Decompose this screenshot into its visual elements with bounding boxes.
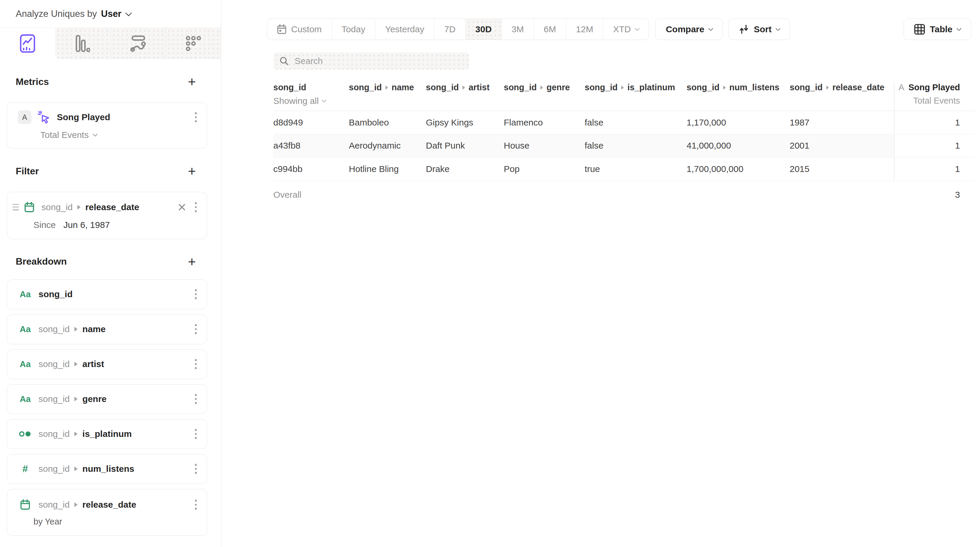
showing-all-label: Showing all xyxy=(274,96,319,106)
breakdown-card[interactable]: song_id release_date by Year xyxy=(7,489,207,536)
remove-filter-button[interactable] xyxy=(177,202,187,212)
breakdown-kebab-menu[interactable] xyxy=(192,462,200,476)
chevron-right-icon xyxy=(621,86,624,90)
breakdown-property-child: artist xyxy=(82,359,104,369)
date-range-yesterday[interactable]: Yesterday xyxy=(375,19,434,40)
cell-num-listens: 1,170,000 xyxy=(687,117,790,128)
chart-type-label: Table xyxy=(930,24,953,34)
breakdown-section-header: Breakdown + xyxy=(7,256,207,268)
filter-card[interactable]: song_id release_date Since Jun 6, 1987 xyxy=(7,192,207,239)
breakdown-property-child: genre xyxy=(82,394,107,404)
metrics-section-header: Metrics + xyxy=(7,76,207,87)
metric-aggregation[interactable]: Total Events xyxy=(40,130,200,140)
column-label-child: artist xyxy=(469,82,490,92)
tab-retention[interactable] xyxy=(165,28,221,59)
search-input[interactable] xyxy=(294,55,463,66)
sort-button[interactable]: Sort xyxy=(729,19,790,40)
chevron-right-icon xyxy=(74,396,78,401)
date-range-3m[interactable]: 3M xyxy=(502,19,534,40)
column-header-song-id[interactable]: song_id xyxy=(274,82,349,92)
showing-all-control[interactable]: Showing all xyxy=(274,96,349,106)
filter-operator[interactable]: Since xyxy=(33,220,56,230)
tab-insights[interactable] xyxy=(0,28,55,59)
date-range-xtd[interactable]: XTD xyxy=(603,19,649,40)
breakdown-heading: Breakdown xyxy=(16,256,67,267)
calendar-icon xyxy=(277,24,286,35)
table-row[interactable]: d8d949 Bamboleo Gipsy Kings Flamenco fal… xyxy=(274,111,975,135)
date-range-label: 3M xyxy=(512,24,524,34)
breakdown-card[interactable]: Aa song_id xyxy=(7,279,207,309)
add-breakdown-button[interactable]: + xyxy=(188,256,196,268)
date-range-12m[interactable]: 12M xyxy=(566,19,603,40)
date-range-6m[interactable]: 6M xyxy=(534,19,566,40)
date-range-7d[interactable]: 7D xyxy=(434,19,465,40)
date-range-custom[interactable]: Custom xyxy=(267,19,332,40)
cell-is-platinum: false xyxy=(585,117,687,128)
compare-button[interactable]: Compare xyxy=(655,19,723,40)
breakdown-card[interactable]: # song_id num_listens xyxy=(7,454,207,484)
column-label-child: genre xyxy=(547,82,570,92)
tab-flows[interactable] xyxy=(110,28,165,59)
date-range-label: 12M xyxy=(576,24,593,34)
breakdown-property-parent: song_id xyxy=(38,499,70,510)
calendar-icon xyxy=(22,201,36,213)
breakdown-kebab-menu[interactable] xyxy=(192,357,200,371)
filter-value[interactable]: Jun 6, 1987 xyxy=(64,220,110,230)
breakdown-kebab-menu[interactable] xyxy=(192,322,200,336)
chevron-down-icon xyxy=(125,10,132,16)
chevron-down-icon xyxy=(708,26,713,31)
breakdown-card[interactable]: Aa song_id artist xyxy=(7,349,207,379)
date-range-label: Today xyxy=(342,24,365,34)
breakdown-property-child: is_platinum xyxy=(82,429,132,439)
date-range-label: 6M xyxy=(544,24,556,34)
chevron-down-icon xyxy=(93,132,98,137)
date-range-30d[interactable]: 30D xyxy=(466,19,502,40)
text-type-icon: Aa xyxy=(18,394,32,404)
chevron-right-icon xyxy=(826,86,829,90)
breakdown-property-child: release_date xyxy=(82,499,136,510)
metric-letter: A xyxy=(899,82,904,92)
breakdown-card[interactable]: song_id is_platinum xyxy=(7,419,207,449)
add-metric-button[interactable]: + xyxy=(188,76,196,87)
cell-name: Bamboleo xyxy=(349,117,426,128)
column-header-artist[interactable]: song_id artist xyxy=(426,82,504,92)
metric-letter-badge: A xyxy=(18,110,32,124)
table-row[interactable]: c994bb Hotline Bling Drake Pop true 1,70… xyxy=(274,157,975,181)
query-builder-sidebar: Analyze Uniques by User xyxy=(0,0,221,547)
column-header-num-listens[interactable]: song_id num_listens xyxy=(687,82,790,92)
column-header-name[interactable]: song_id name xyxy=(349,82,426,92)
column-header-metric[interactable]: A Song Played Total Events xyxy=(894,82,975,111)
cell-is-platinum: false xyxy=(585,141,687,151)
breakdown-property-parent: song_id xyxy=(38,464,70,474)
chevron-down-icon xyxy=(635,26,640,31)
chart-type-button[interactable]: Table xyxy=(904,19,971,40)
table-overall-row: Overall 3 xyxy=(274,181,975,209)
breakdown-kebab-menu[interactable] xyxy=(192,427,200,441)
breakdown-kebab-menu[interactable] xyxy=(192,392,200,406)
cell-name: Hotline Bling xyxy=(349,164,426,174)
table-search[interactable] xyxy=(274,52,469,70)
breakdown-kebab-menu[interactable] xyxy=(192,287,200,301)
metric-card[interactable]: A Song Played Total Events xyxy=(7,102,207,149)
breakdown-card[interactable]: Aa song_id name xyxy=(7,314,207,344)
breakdown-card[interactable]: Aa song_id genre xyxy=(7,384,207,414)
breakdown-kebab-menu[interactable] xyxy=(192,498,200,512)
event-click-icon xyxy=(37,110,51,124)
drag-handle[interactable] xyxy=(11,202,20,212)
date-range-today[interactable]: Today xyxy=(332,19,375,40)
date-range-label: 7D xyxy=(444,24,455,34)
entity-selector[interactable]: User xyxy=(101,9,121,19)
column-label-parent: song_id xyxy=(504,82,537,92)
column-header-is-platinum[interactable]: song_id is_platinum xyxy=(585,82,687,92)
filter-property-child: release_date xyxy=(85,202,139,212)
filter-kebab-menu[interactable] xyxy=(192,200,200,214)
breakdown-modifier[interactable]: by Year xyxy=(33,517,200,526)
table-row[interactable]: a43fb8 Aerodynamic Daft Punk House false… xyxy=(274,135,975,158)
add-filter-button[interactable]: + xyxy=(188,165,196,177)
column-header-release-date[interactable]: song_id release_date xyxy=(790,82,894,92)
metric-event-name[interactable]: Song Played xyxy=(57,112,110,122)
chevron-right-icon xyxy=(74,362,78,366)
column-header-genre[interactable]: song_id genre xyxy=(504,82,585,92)
metric-kebab-menu[interactable] xyxy=(192,110,200,124)
tab-funnels[interactable] xyxy=(55,28,110,59)
